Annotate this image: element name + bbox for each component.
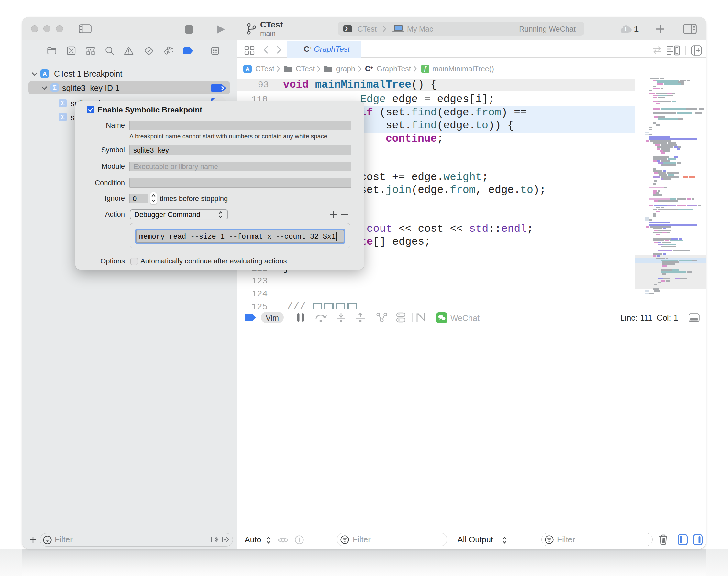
svg-text:!: ! [625,27,626,32]
